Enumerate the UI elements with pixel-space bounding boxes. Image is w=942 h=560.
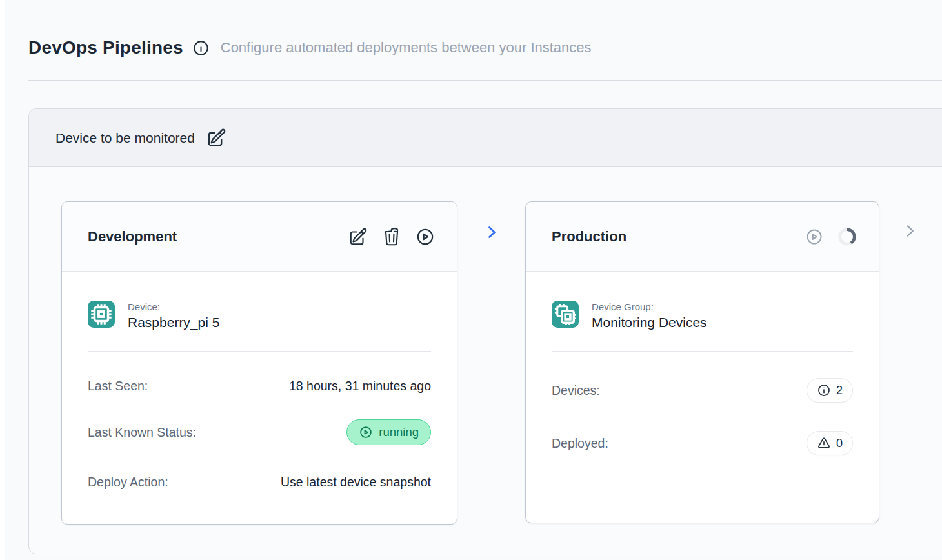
cpu-chip-group-icon xyxy=(552,301,579,328)
device-row: Device: Raspberry_pi 5 xyxy=(88,272,431,330)
devices-count-badge[interactable]: 2 xyxy=(807,378,853,403)
devices-label: Devices: xyxy=(552,383,600,398)
deploy-action-value: Use latest device snapshot xyxy=(281,475,431,490)
device-group-name: Monitoring Devices xyxy=(592,315,707,330)
info-icon[interactable] xyxy=(192,39,210,57)
production-card-body: Device Group: Monitoring Devices Devices… xyxy=(526,272,879,455)
run-stage-icon-disabled[interactable] xyxy=(805,228,823,246)
last-seen-label: Last Seen: xyxy=(88,379,148,394)
devices-count: 2 xyxy=(836,384,843,397)
devices-row: Devices: 2 xyxy=(552,378,853,403)
spinner-icon xyxy=(837,227,857,246)
stage-card-development: Development xyxy=(61,201,457,525)
pipeline-panel-body: Development xyxy=(29,167,942,554)
device-group-label: Device Group: xyxy=(592,301,707,312)
last-known-status-label: Last Known Status: xyxy=(88,425,196,440)
stage-card-production: Production xyxy=(525,201,879,523)
last-seen-value: 18 hours, 31 minutes ago xyxy=(289,379,431,394)
stage-title: Development xyxy=(88,228,177,245)
device-name: Raspberry_pi 5 xyxy=(128,315,219,330)
device-group-info: Device Group: Monitoring Devices xyxy=(592,301,707,330)
status-badge-label: running xyxy=(379,425,419,439)
pipeline-stages: Development xyxy=(61,201,918,525)
production-card-header: Production xyxy=(526,202,879,272)
next-stage-chevron-icon[interactable] xyxy=(901,223,918,239)
development-card-body: Device: Raspberry_pi 5 Last Seen: 18 hou… xyxy=(62,272,457,490)
card-divider xyxy=(552,351,853,352)
last-seen-row: Last Seen: 18 hours, 31 minutes ago xyxy=(88,379,431,394)
card-divider xyxy=(88,351,431,352)
device-info: Device: Raspberry_pi 5 xyxy=(128,301,219,330)
page-subtitle: Configure automated deployments between … xyxy=(221,39,592,56)
deployed-count: 0 xyxy=(836,437,843,450)
chevron-right-icon xyxy=(484,225,499,240)
pipeline-name: Device to be monitored xyxy=(55,130,195,146)
edit-pipeline-icon[interactable] xyxy=(206,128,226,148)
flow-connector xyxy=(457,201,525,240)
header-divider xyxy=(28,80,942,81)
deployed-row: Deployed: 0 xyxy=(552,431,853,455)
production-actions xyxy=(805,227,857,246)
run-stage-icon[interactable] xyxy=(416,227,435,246)
device-group-row: Device Group: Monitoring Devices xyxy=(552,272,853,330)
stage-title: Production xyxy=(552,228,626,245)
status-badge: running xyxy=(346,419,431,445)
development-actions xyxy=(348,227,435,246)
delete-stage-icon[interactable] xyxy=(382,227,401,246)
info-circle-icon xyxy=(817,383,831,397)
pipeline-panel: Device to be monitored Development xyxy=(28,108,942,554)
deployed-count-badge[interactable]: 0 xyxy=(807,431,853,455)
development-card-header: Development xyxy=(62,202,457,272)
cpu-chip-icon xyxy=(88,301,115,328)
page-title: DevOps Pipelines xyxy=(28,37,183,58)
deploy-action-row: Deploy Action: Use latest device snapsho… xyxy=(88,475,431,490)
last-known-status-row: Last Known Status: running xyxy=(88,419,431,445)
warning-triangle-icon xyxy=(817,436,831,450)
page-header: DevOps Pipelines Configure automated dep… xyxy=(28,37,592,58)
deployed-label: Deployed: xyxy=(552,436,608,451)
device-label: Device: xyxy=(128,301,219,312)
pipeline-panel-header: Device to be monitored xyxy=(29,109,942,167)
edit-stage-icon[interactable] xyxy=(348,227,368,246)
left-edge-divider xyxy=(0,0,5,560)
deploy-action-label: Deploy Action: xyxy=(88,475,168,490)
play-circle-icon xyxy=(359,425,373,439)
